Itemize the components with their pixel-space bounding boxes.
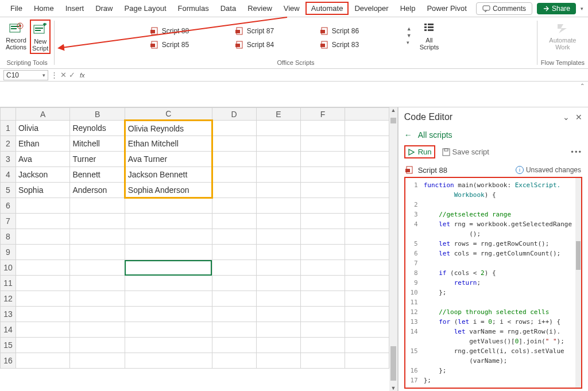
row-header-1[interactable]: 1 bbox=[1, 121, 16, 136]
cell-F15[interactable] bbox=[300, 338, 345, 353]
code-line[interactable]: let rows = rng.getRowCount(); bbox=[424, 239, 572, 249]
cell-C11[interactable] bbox=[125, 276, 212, 291]
code-line[interactable]: }; bbox=[424, 375, 572, 385]
code-line[interactable]: (); bbox=[424, 229, 572, 239]
ribbon-tab-review[interactable]: Review bbox=[242, 2, 278, 15]
cell-B6[interactable] bbox=[70, 198, 125, 214]
cell-C2[interactable]: Ethan Mitchell bbox=[125, 136, 212, 152]
cell-A12[interactable] bbox=[16, 291, 70, 307]
cell-C8[interactable] bbox=[125, 229, 212, 245]
cell-A14[interactable] bbox=[16, 322, 70, 338]
scroll-up-icon[interactable]: ▲ bbox=[389, 107, 397, 113]
code-line[interactable] bbox=[424, 200, 572, 210]
cell-B14[interactable] bbox=[70, 322, 125, 338]
cell-F14[interactable] bbox=[300, 322, 345, 338]
ribbon-tab-file[interactable]: File bbox=[5, 2, 28, 15]
col-header-F[interactable]: F bbox=[300, 108, 345, 121]
code-line[interactable]: function main(workbook: ExcelScript. bbox=[424, 180, 572, 190]
cell-A2[interactable]: Ethan bbox=[16, 136, 70, 152]
cell-E3[interactable] bbox=[256, 152, 300, 167]
cell-B2[interactable]: Mitchell bbox=[70, 136, 125, 152]
cell-A6[interactable] bbox=[16, 198, 70, 214]
cell-F11[interactable] bbox=[300, 276, 345, 291]
row-header-3[interactable]: 3 bbox=[1, 152, 16, 167]
ribbon-tab-automate[interactable]: Automate bbox=[305, 2, 349, 15]
row-header-10[interactable]: 10 bbox=[1, 260, 16, 276]
script-item[interactable]: Script 84 bbox=[235, 38, 316, 51]
script-nav-down-icon[interactable]: ▼ bbox=[407, 33, 412, 38]
editor-collapse-icon[interactable]: ⌄ bbox=[563, 113, 570, 122]
row-header-14[interactable]: 14 bbox=[1, 322, 16, 338]
cell-E11[interactable] bbox=[256, 276, 300, 291]
row-header-16[interactable]: 16 bbox=[1, 353, 16, 369]
ribbon-tab-page-layout[interactable]: Page Layout bbox=[119, 2, 172, 15]
cell-F9[interactable] bbox=[300, 245, 345, 260]
name-box-chevron-icon[interactable]: ▾ bbox=[42, 72, 45, 78]
script-item[interactable]: Script 86 bbox=[320, 25, 401, 37]
cell-B11[interactable] bbox=[70, 276, 125, 291]
cell-F6[interactable] bbox=[300, 198, 345, 214]
editor-close-icon[interactable]: ✕ bbox=[575, 113, 582, 122]
cell-D1[interactable] bbox=[212, 121, 256, 136]
col-header-D[interactable]: D bbox=[212, 108, 256, 121]
cell-F13[interactable] bbox=[300, 307, 345, 322]
cell-C4[interactable]: Jackson Bennett bbox=[125, 167, 212, 183]
cell-F16[interactable] bbox=[300, 353, 345, 369]
cell-D13[interactable] bbox=[212, 307, 256, 322]
row-header-11[interactable]: 11 bbox=[1, 276, 16, 291]
fx-button[interactable]: fx bbox=[78, 72, 87, 79]
code-line[interactable] bbox=[424, 258, 572, 268]
script-item[interactable]: Script 88 bbox=[150, 25, 231, 37]
code-line[interactable]: //getselected range bbox=[424, 210, 572, 219]
cell-E9[interactable] bbox=[256, 245, 300, 260]
ribbon-tab-power-pivot[interactable]: Power Pivot bbox=[421, 2, 472, 15]
cell-B4[interactable]: Bennett bbox=[70, 167, 125, 183]
cell-E6[interactable] bbox=[256, 198, 300, 214]
code-line[interactable]: return; bbox=[424, 278, 572, 288]
col-header-E[interactable]: E bbox=[256, 108, 300, 121]
all-scripts-button[interactable]: All Scripts bbox=[417, 20, 442, 52]
script-item[interactable]: Script 85 bbox=[150, 38, 231, 51]
cell-E2[interactable] bbox=[256, 136, 300, 152]
code-vscroll-thumb[interactable] bbox=[576, 241, 581, 270]
cell-A5[interactable]: Sophia bbox=[16, 183, 70, 198]
script-item[interactable]: Script 83 bbox=[320, 38, 401, 51]
cell-B8[interactable] bbox=[70, 229, 125, 245]
formula-expand-icon[interactable]: ⌃ bbox=[580, 83, 585, 89]
ribbon-tab-developer[interactable]: Developer bbox=[349, 2, 394, 15]
code-vscrollbar[interactable] bbox=[575, 178, 581, 388]
script-nav-menu-icon[interactable]: ▾ bbox=[407, 40, 412, 45]
cell-D6[interactable] bbox=[212, 198, 256, 214]
code-line[interactable]: getValues()[0].join(" "); bbox=[424, 336, 572, 346]
editor-back-button[interactable]: ← All scripts bbox=[404, 130, 582, 140]
formula-input[interactable] bbox=[90, 71, 585, 79]
cell-D4[interactable] bbox=[212, 167, 256, 183]
code-line[interactable] bbox=[424, 297, 572, 307]
col-header-B[interactable]: B bbox=[70, 108, 125, 121]
code-line[interactable]: //loop through selected cells bbox=[424, 307, 572, 317]
cell-B12[interactable] bbox=[70, 291, 125, 307]
cell-B3[interactable]: Turner bbox=[70, 152, 125, 167]
cell-D10[interactable] bbox=[212, 260, 256, 276]
run-button[interactable]: Run bbox=[404, 145, 435, 158]
share-chevron-icon[interactable]: ▾ bbox=[581, 6, 583, 11]
cell-A9[interactable] bbox=[16, 245, 70, 260]
cell-D7[interactable] bbox=[212, 214, 256, 229]
cell-A15[interactable] bbox=[16, 338, 70, 353]
cell-C15[interactable] bbox=[125, 338, 212, 353]
code-editor[interactable]: 1 234 567891011121314 15 1617 function m… bbox=[404, 177, 582, 389]
ribbon-tab-help[interactable]: Help bbox=[394, 2, 421, 15]
cell-E1[interactable] bbox=[256, 121, 300, 136]
cell-B13[interactable] bbox=[70, 307, 125, 322]
script-item[interactable]: Script 87 bbox=[235, 25, 316, 37]
select-all-cell[interactable] bbox=[1, 108, 16, 121]
cell-B16[interactable] bbox=[70, 353, 125, 369]
vscroll-thumb-top[interactable] bbox=[390, 118, 396, 123]
cell-F1[interactable] bbox=[300, 121, 345, 136]
cell-E12[interactable] bbox=[256, 291, 300, 307]
cell-D12[interactable] bbox=[212, 291, 256, 307]
cell-B9[interactable] bbox=[70, 245, 125, 260]
cell-D8[interactable] bbox=[212, 229, 256, 245]
code-line[interactable]: rng.getCell(i, cols).setValue bbox=[424, 346, 572, 356]
share-button[interactable]: Share bbox=[537, 3, 576, 14]
